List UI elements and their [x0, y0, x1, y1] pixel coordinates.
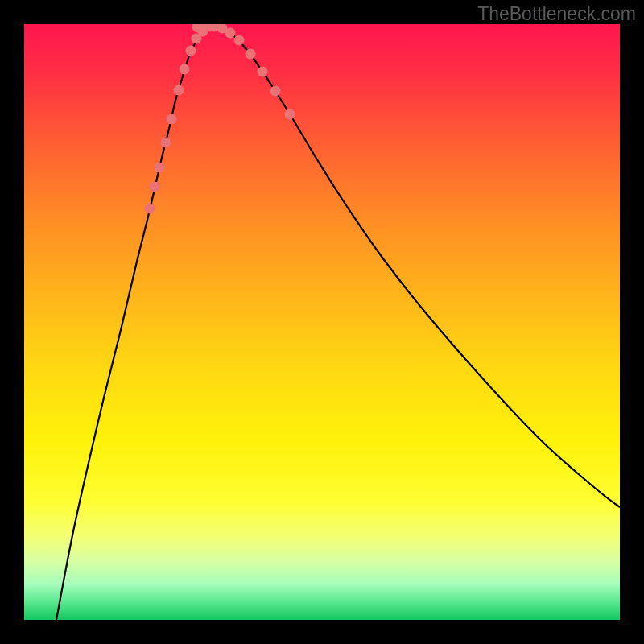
- data-marker: [225, 28, 236, 39]
- markers-plateau: [192, 24, 221, 33]
- data-marker: [145, 204, 155, 214]
- plot-area: [24, 24, 620, 620]
- data-marker: [234, 35, 245, 46]
- data-marker: [270, 86, 281, 97]
- data-marker: [174, 85, 184, 96]
- data-marker: [167, 114, 177, 125]
- left-curve: [56, 26, 214, 620]
- right-curve: [214, 26, 620, 507]
- chart-svg: [24, 24, 620, 620]
- chart-frame: TheBottleneck.com: [0, 0, 644, 644]
- data-marker: [285, 109, 295, 120]
- markers-left: [145, 24, 216, 214]
- data-marker: [186, 46, 196, 56]
- data-marker: [150, 182, 160, 192]
- data-marker: [258, 67, 268, 77]
- data-marker: [180, 64, 190, 75]
- data-marker: [246, 49, 256, 60]
- data-marker: [155, 163, 165, 173]
- watermark-text: TheBottleneck.com: [477, 3, 636, 25]
- data-marker: [161, 138, 171, 148]
